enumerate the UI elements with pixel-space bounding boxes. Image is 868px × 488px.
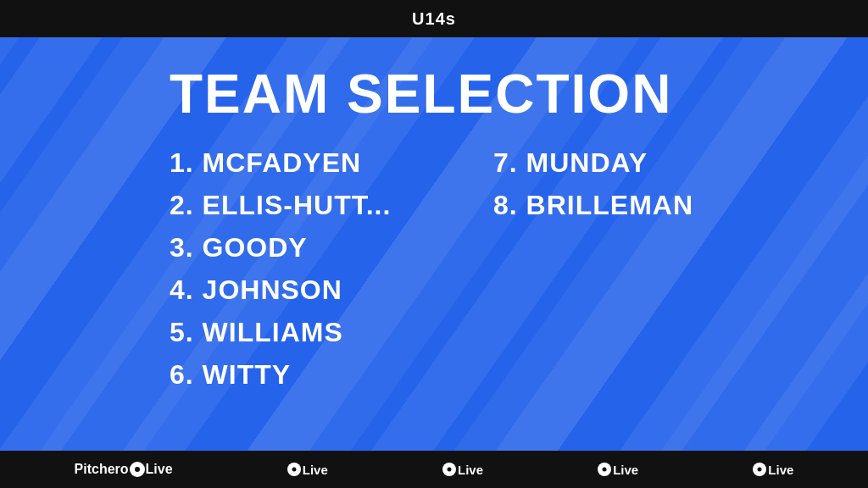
olive-logo-2: Live <box>442 463 483 477</box>
olive-ball-icon-4 <box>753 463 766 476</box>
player-left-6: 6. WITTY <box>170 354 493 395</box>
top-bar: U14s <box>0 0 868 37</box>
pitchero-live-text: Live <box>146 462 173 477</box>
pitchero-ball-icon <box>130 462 145 477</box>
olive-label-2: Live <box>458 463 483 477</box>
olive-logo-4: Live <box>753 463 793 477</box>
olive-ball-icon-3 <box>598 463 611 476</box>
bottom-bar: Pitchero Live Live Live Live Live <box>0 451 868 488</box>
olive-logo-3: Live <box>598 463 638 477</box>
olive-label-3: Live <box>613 463 638 477</box>
olive-ball-icon-1 <box>287 463 301 476</box>
player-right-2: 8. BRILLEMAN <box>493 185 817 225</box>
olive-label-4: Live <box>768 463 793 477</box>
player-right-1: 7. MUNDAY <box>493 142 817 183</box>
section-title: TEAM SELECTION <box>170 63 817 125</box>
olive-label-1: Live <box>303 463 328 477</box>
player-left-5: 5. WILLIAMS <box>170 312 493 352</box>
main-content: TEAM SELECTION 1. MCFADYEN2. ELLIS-HUTT.… <box>0 37 868 451</box>
pitchero-text: Pitchero <box>75 462 129 477</box>
player-left-1: 1. MCFADYEN <box>170 142 493 183</box>
header-title: U14s <box>412 9 456 29</box>
player-left-4: 4. JOHNSON <box>170 269 493 310</box>
left-column: 1. MCFADYEN2. ELLIS-HUTT...3. GOODY4. JO… <box>170 142 493 395</box>
pitchero-live-logo: Pitchero Live <box>75 462 173 477</box>
right-column: 7. MUNDAY8. BRILLEMAN <box>493 142 817 395</box>
olive-logo-1: Live <box>287 463 328 477</box>
players-grid: 1. MCFADYEN2. ELLIS-HUTT...3. GOODY4. JO… <box>170 142 817 395</box>
player-left-2: 2. ELLIS-HUTT... <box>170 185 493 225</box>
olive-ball-icon-2 <box>442 463 456 476</box>
player-left-3: 3. GOODY <box>170 227 493 268</box>
